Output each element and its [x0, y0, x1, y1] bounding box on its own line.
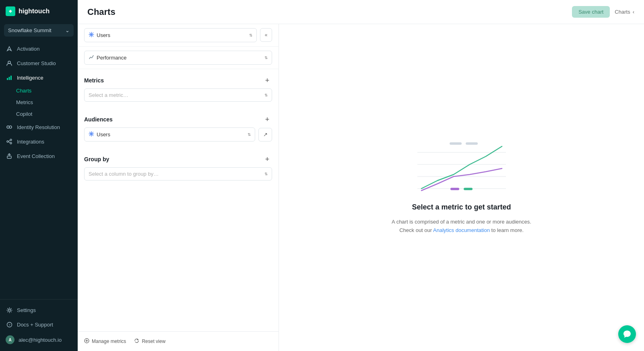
performance-dropdown-chevron: ⇅ [264, 55, 268, 60]
svg-point-7 [7, 141, 8, 142]
chart-empty-title: Select a metric to get started [412, 203, 511, 211]
reset-view-label: Reset view [142, 339, 165, 344]
chart-empty-desc-prefix: Check out our [399, 227, 432, 233]
breadcrumb-chevron: ‹ [633, 9, 634, 15]
snowflake-icon [89, 32, 94, 39]
svg-rect-40 [466, 142, 478, 145]
svg-point-28 [91, 132, 92, 133]
audience-snowflake-icon [89, 131, 94, 138]
metrics-section-header: Metrics + [78, 69, 279, 88]
workspace-chevron: ⌄ [65, 27, 70, 33]
user-avatar-icon: A [6, 335, 14, 344]
svg-point-6 [9, 126, 12, 128]
customer-studio-icon [6, 60, 13, 67]
add-audience-button[interactable]: + [262, 115, 272, 124]
audience-select-row: Users ⇅ ↗ [78, 127, 279, 148]
sidebar-bottom: Settings ? Docs + Support A alec@hightou… [0, 299, 78, 351]
app-logo[interactable]: hightouch [0, 0, 78, 23]
workspace-selector[interactable]: Snowflake Summit ⌄ [4, 24, 74, 37]
header-right: Save chart Charts ‹ [572, 6, 634, 18]
sidebar-subitem-charts[interactable]: Charts [0, 85, 78, 96]
users-dropdown[interactable]: Users ⇅ [84, 28, 257, 42]
audience-external-link-button[interactable]: ↗ [258, 128, 272, 142]
left-panel: Users ⇅ « [78, 24, 279, 351]
svg-rect-4 [10, 76, 12, 80]
sidebar-item-identity-resolution[interactable]: Identity Resolution [0, 120, 78, 134]
collapse-panel-button[interactable]: « [260, 28, 272, 42]
sidebar-item-label-event-collection: Event Collection [17, 153, 55, 159]
svg-rect-2 [7, 78, 8, 80]
users-dropdown-label: Users [97, 32, 110, 38]
svg-line-10 [8, 140, 10, 142]
sidebar-item-user[interactable]: A alec@hightouch.io [0, 332, 78, 348]
chart-area: Select a metric to get started A chart i… [279, 24, 644, 351]
svg-point-22 [90, 34, 91, 35]
reset-view-icon [134, 338, 139, 345]
group-by-dropdown[interactable]: Select a column to group by… ⇅ [84, 167, 272, 181]
audience-dropdown-label: Users [97, 131, 110, 138]
page-title: Charts [87, 7, 116, 17]
panel-footer: Manage metrics Reset view [78, 331, 279, 351]
top-header: Charts Save chart Charts ‹ [78, 0, 644, 24]
metric-select-row: Select a metric… ⇅ [78, 88, 279, 108]
metric-dropdown[interactable]: Select a metric… ⇅ [84, 88, 272, 102]
add-metric-button[interactable]: + [262, 76, 272, 85]
sidebar-item-event-collection[interactable]: Event Collection [0, 149, 78, 163]
metric-dropdown-placeholder: Select a metric… [89, 92, 128, 98]
sidebar: hightouch Snowflake Summit ⌄ Activation … [0, 0, 78, 351]
activation-icon [6, 45, 13, 52]
chart-empty-state: Select a metric to get started A chart i… [392, 140, 531, 235]
chart-empty-desc: A chart is comprised of a metric and one… [392, 218, 531, 235]
sidebar-item-intelligence[interactable]: Intelligence [0, 70, 78, 85]
svg-point-21 [91, 35, 92, 36]
svg-point-23 [92, 34, 93, 35]
users-dropdown-chevron: ⇅ [249, 33, 252, 37]
reset-view-button[interactable]: Reset view [134, 337, 165, 346]
identity-resolution-icon [6, 123, 13, 131]
svg-rect-41 [450, 188, 459, 190]
sidebar-subitem-copilot[interactable]: Copilot [0, 108, 78, 120]
svg-point-30 [90, 133, 91, 134]
settings-icon [6, 306, 13, 314]
group-by-dropdown-chevron: ⇅ [264, 172, 268, 176]
manage-metrics-icon [84, 338, 89, 345]
sidebar-subitem-label-metrics: Metrics [16, 99, 33, 105]
analytics-docs-link[interactable]: Analytics documentation [433, 227, 490, 233]
content-area: Users ⇅ « [78, 24, 644, 351]
sidebar-subitem-label-charts: Charts [16, 88, 31, 94]
logo-icon [6, 6, 15, 16]
group-by-dropdown-placeholder: Select a column to group by… [89, 171, 159, 177]
breadcrumb-label: Charts [615, 9, 630, 15]
sidebar-item-label-integrations: Integrations [17, 139, 44, 145]
sidebar-subitem-metrics[interactable]: Metrics [0, 96, 78, 108]
group-by-section-title: Group by [84, 156, 109, 162]
sidebar-item-label-activation: Activation [17, 46, 39, 52]
group-by-select-row: Select a column to group by… ⇅ [78, 167, 279, 187]
chat-bubble-button[interactable] [618, 325, 636, 343]
manage-metrics-button[interactable]: Manage metrics [84, 337, 126, 346]
app-name: hightouch [19, 8, 50, 15]
chart-empty-desc-before: A chart is comprised of a metric and one… [392, 219, 531, 225]
nav-section: Activation Customer Studio Intelligen [0, 41, 78, 299]
sidebar-item-activation[interactable]: Activation [0, 41, 78, 56]
add-group-by-button[interactable]: + [262, 154, 272, 164]
performance-dropdown-label: Performance [97, 55, 126, 61]
sidebar-item-customer-studio[interactable]: Customer Studio [0, 56, 78, 70]
svg-point-8 [10, 139, 12, 141]
sidebar-subitem-label-copilot: Copilot [16, 111, 32, 117]
chat-icon [623, 330, 632, 339]
manage-metrics-label: Manage metrics [92, 339, 126, 344]
performance-chart-icon [89, 54, 94, 61]
svg-point-31 [92, 133, 93, 134]
sidebar-item-label-docs-support: Docs + Support [17, 322, 53, 328]
audiences-section-title: Audiences [84, 116, 113, 123]
audience-dropdown[interactable]: Users ⇅ [84, 127, 255, 142]
svg-point-9 [10, 142, 12, 144]
users-selector-row: Users ⇅ « [78, 24, 279, 47]
svg-rect-39 [450, 142, 462, 145]
sidebar-item-docs-support[interactable]: ? Docs + Support [0, 317, 78, 332]
sidebar-item-integrations[interactable]: Integrations [0, 134, 78, 149]
sidebar-item-settings[interactable]: Settings [0, 303, 78, 317]
performance-dropdown[interactable]: Performance ⇅ [84, 51, 272, 65]
save-chart-button[interactable]: Save chart [572, 6, 610, 18]
